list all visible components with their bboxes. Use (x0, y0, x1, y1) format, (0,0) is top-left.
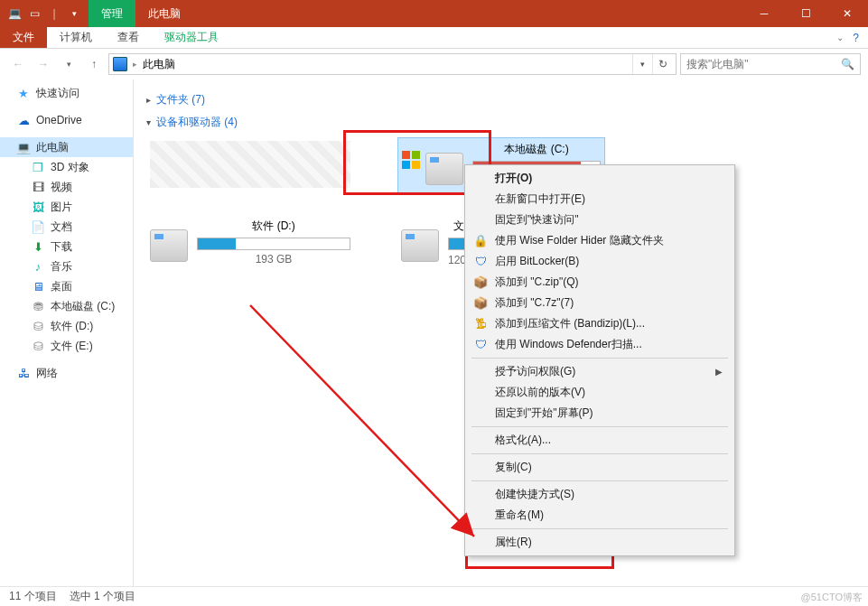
shield-icon: 🛡 (473, 255, 488, 269)
menu-separator (471, 358, 728, 359)
music-icon: ♪ (31, 259, 45, 274)
sidebar-item-label: 软件 (D:) (51, 319, 93, 334)
menu-item-pin-quick-access[interactable]: 固定到"快速访问" (468, 210, 732, 230)
menu-separator (471, 426, 728, 427)
help-icon[interactable]: ? (853, 32, 859, 44)
menu-label: 重命名(M) (495, 508, 544, 523)
drive-icon: ⛃ (31, 299, 45, 313)
film-icon: 🎞 (31, 180, 45, 194)
menu-item-add-czip[interactable]: 📦添加到 "C.zip"(Q) (468, 272, 732, 293)
chevron-right-icon[interactable]: ▸ (133, 60, 137, 69)
up-button[interactable]: ↑ (83, 53, 105, 75)
drive-icon (401, 229, 439, 262)
menu-separator (471, 528, 728, 529)
archive-icon: 📦 (473, 296, 488, 311)
checkbox-icon[interactable]: ▭ (27, 6, 42, 21)
menu-item-open[interactable]: 打开(O) (468, 168, 732, 189)
menu-item-format[interactable]: 格式化(A)... (468, 430, 732, 451)
drive-stat: 193 GB (197, 253, 350, 266)
search-input[interactable] (686, 58, 841, 70)
sidebar-item-quick-access[interactable]: ★快速访问 (0, 83, 133, 103)
download-icon: ⬇ (31, 239, 45, 254)
drive-icon (425, 153, 463, 185)
address-dropdown-icon[interactable]: ▾ (632, 54, 652, 74)
menu-item-rename[interactable]: 重命名(M) (468, 505, 732, 526)
group-folders-header[interactable]: ▸文件夹 (7) (146, 92, 855, 107)
sidebar-item-label: 3D 对象 (51, 160, 89, 175)
menu-label: 创建快捷方式(S) (495, 487, 574, 502)
breadcrumb[interactable]: 此电脑 (143, 57, 175, 72)
group-label: 文件夹 (7) (156, 92, 205, 107)
menu-item-properties[interactable]: 属性(R) (468, 532, 732, 553)
menu-item-bandizip[interactable]: 🗜添加到压缩文件 (Bandizip)(L)... (468, 313, 732, 334)
picture-icon: 🖼 (31, 200, 45, 214)
sidebar-item-label: 本地磁盘 (C:) (51, 299, 115, 314)
drive-icon: ⛁ (31, 339, 45, 353)
menu-item-wise-hider[interactable]: 🔒使用 Wise Folder Hider 隐藏文件夹 (468, 230, 732, 251)
sidebar-item-label: 文档 (51, 219, 72, 235)
menu-label: 固定到"开始"屏幕(P) (495, 406, 593, 421)
refresh-icon[interactable]: ↻ (652, 54, 672, 74)
search-box[interactable]: 🔍 (680, 53, 861, 75)
quick-access-toolbar: 💻 ▭ | ▾ (0, 6, 89, 21)
tab-driver-tools[interactable]: 驱动器工具 (152, 27, 231, 48)
windows-logo-icon (402, 151, 422, 171)
sidebar-item-label: 图片 (51, 200, 72, 215)
menu-item-defender-scan[interactable]: 🛡使用 Windows Defender扫描... (468, 334, 732, 355)
minimize-button[interactable]: ─ (743, 0, 785, 27)
menu-label: 在新窗口中打开(E) (495, 191, 585, 207)
close-button[interactable]: ✕ (826, 0, 868, 27)
menu-item-add-c7z[interactable]: 📦添加到 "C.7z"(7) (468, 293, 732, 313)
menu-item-restore-versions[interactable]: 还原以前的版本(V) (468, 382, 732, 403)
menu-item-copy[interactable]: 复制(C) (468, 457, 732, 478)
sidebar-item-label: 桌面 (51, 279, 72, 294)
menu-label: 使用 Windows Defender扫描... (495, 337, 642, 352)
forward-button[interactable]: → (33, 53, 54, 75)
sidebar-item-label: 快速访问 (36, 86, 79, 101)
menu-item-bitlocker[interactable]: 🛡启用 BitLocker(B) (468, 251, 732, 272)
tab-file[interactable]: 文件 (0, 27, 47, 48)
ribbon-expand-icon[interactable]: ⌄ (836, 33, 844, 42)
document-icon: 📄 (31, 219, 45, 234)
menu-label: 格式化(A)... (495, 433, 551, 448)
sidebar-item-label: 音乐 (51, 259, 72, 275)
sidebar-item-documents[interactable]: 📄文档 (0, 217, 133, 237)
menu-item-pin-start[interactable]: 固定到"开始"屏幕(P) (468, 403, 732, 424)
sidebar-item-music[interactable]: ♪音乐 (0, 256, 133, 276)
address-bar[interactable]: ▸ 此电脑 ▾ ↻ (108, 53, 677, 75)
menu-item-open-new-window[interactable]: 在新窗口中打开(E) (468, 189, 732, 210)
dropdown-icon[interactable]: ▾ (67, 6, 81, 21)
blurred-placeholder (150, 141, 350, 188)
sidebar-item-drive-d[interactable]: ⛁软件 (D:) (0, 316, 133, 336)
tab-computer[interactable]: 计算机 (47, 27, 105, 48)
title-context-tab[interactable]: 管理 (89, 0, 135, 27)
menu-label: 授予访问权限(G) (495, 364, 575, 379)
context-menu: 打开(O) 在新窗口中打开(E) 固定到"快速访问" 🔒使用 Wise Fold… (464, 164, 735, 556)
sidebar-item-drive-c[interactable]: ⛃本地磁盘 (C:) (0, 296, 133, 316)
sidebar-item-pictures[interactable]: 🖼图片 (0, 197, 133, 217)
menu-label: 添加到压缩文件 (Bandizip)(L)... (495, 316, 645, 331)
drive-item-d[interactable]: 软件 (D:) 193 GB (146, 215, 354, 272)
chevron-right-icon: ▸ (146, 95, 151, 105)
recent-locations-button[interactable]: ▾ (58, 53, 79, 75)
sidebar-item-3d-objects[interactable]: ❒3D 对象 (0, 157, 133, 177)
maximize-button[interactable]: ☐ (785, 0, 826, 27)
sidebar-item-network[interactable]: 🖧网络 (0, 363, 133, 383)
tab-view[interactable]: 查看 (105, 27, 152, 48)
group-drives-header[interactable]: ▾设备和驱动器 (4) (146, 115, 855, 130)
archive-icon: 🗜 (473, 317, 488, 331)
drive-item-unknown[interactable] (146, 137, 354, 193)
status-bar: 11 个项目 选中 1 个项目 (0, 586, 868, 606)
menu-item-create-shortcut[interactable]: 创建快捷方式(S) (468, 484, 732, 505)
sidebar-item-desktop[interactable]: 🖥桌面 (0, 276, 133, 296)
sidebar-item-this-pc[interactable]: 💻此电脑 (0, 137, 133, 157)
sidebar-item-onedrive[interactable]: ☁OneDrive (0, 110, 133, 130)
sidebar-item-drive-e[interactable]: ⛁文件 (E:) (0, 336, 133, 356)
search-icon[interactable]: 🔍 (841, 58, 854, 70)
sidebar-item-videos[interactable]: 🎞视频 (0, 177, 133, 197)
menu-item-grant-access[interactable]: 授予访问权限(G)▶ (468, 361, 732, 382)
sidebar-item-downloads[interactable]: ⬇下载 (0, 237, 133, 256)
back-button[interactable]: ← (7, 53, 29, 75)
menu-label: 属性(R) (495, 535, 532, 550)
menu-label: 添加到 "C.zip"(Q) (495, 275, 579, 290)
